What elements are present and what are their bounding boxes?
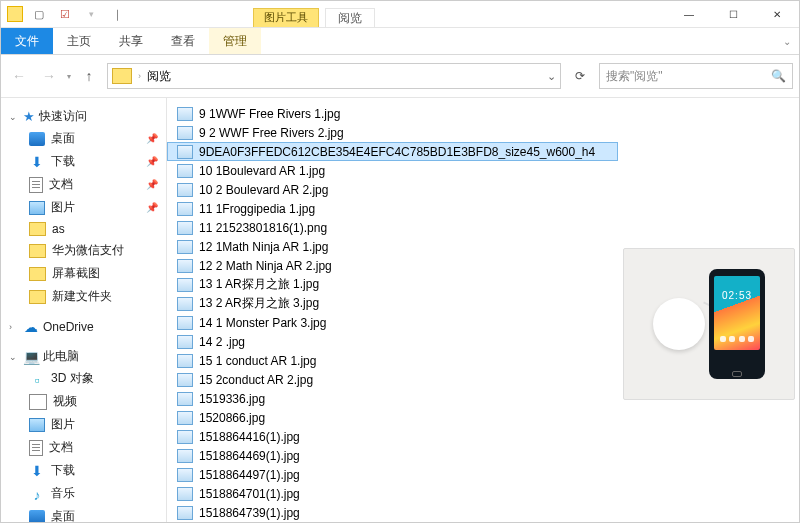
image-file-icon <box>177 240 193 254</box>
expand-icon: › <box>9 322 19 332</box>
forward-button[interactable]: → <box>37 64 61 88</box>
nav-item[interactable]: ⬇下载📌 <box>1 150 166 173</box>
file-row[interactable]: 1518864469(1).jpg <box>167 446 618 465</box>
qat-button[interactable]: ☑ <box>55 4 75 24</box>
file-row[interactable]: 9DEA0F3FFEDC612CBE354E4EFC4C785BD1E3BFD8… <box>167 142 618 161</box>
back-button[interactable]: ← <box>7 64 31 88</box>
nav-item[interactable]: 华为微信支付 <box>1 239 166 262</box>
up-button[interactable]: ↑ <box>77 64 101 88</box>
expand-icon: ⌄ <box>9 112 19 122</box>
address-bar[interactable]: › 阅览 ⌄ <box>107 63 561 89</box>
nav-item[interactable]: 图片📌 <box>1 196 166 219</box>
file-row[interactable]: 15 2conduct AR 2.jpg <box>167 370 618 389</box>
nav-item[interactable]: ⬇下载 <box>1 459 166 482</box>
nav-item[interactable]: 视频 <box>1 390 166 413</box>
image-file-icon <box>177 259 193 273</box>
maximize-button[interactable]: ☐ <box>711 1 755 27</box>
file-name: 9DEA0F3FFEDC612CBE354E4EFC4C785BD1E3BFD8… <box>199 145 595 159</box>
ribbon-tab-manage[interactable]: 管理 <box>209 28 261 54</box>
pin-icon: 📌 <box>146 133 158 144</box>
file-name: 1518864701(1).jpg <box>199 487 300 501</box>
file-name: 1520866.jpg <box>199 411 265 425</box>
file-row[interactable]: 10 1Boulevard AR 1.jpg <box>167 161 618 180</box>
file-row[interactable]: 9 1WWF Free Rivers 1.jpg <box>167 104 618 123</box>
nav-item[interactable]: 文档 <box>1 436 166 459</box>
image-file-icon <box>177 468 193 482</box>
address-dropdown-icon[interactable]: ⌄ <box>547 70 556 83</box>
charger-graphic <box>653 298 705 350</box>
file-row[interactable]: 12 1Math Ninja AR 1.jpg <box>167 237 618 256</box>
quick-access-header[interactable]: ⌄ ★ 快速访问 <box>1 106 166 127</box>
contextual-tab-header: 图片工具 <box>253 8 319 27</box>
file-name: 1518864469(1).jpg <box>199 449 300 463</box>
image-file-icon <box>177 335 193 349</box>
ribbon-expand-icon[interactable]: ⌄ <box>783 36 791 47</box>
nav-item[interactable]: 新建文件夹 <box>1 285 166 308</box>
cube-icon: ▫ <box>29 372 45 386</box>
desktop-icon <box>29 132 45 146</box>
nav-item[interactable]: 文档📌 <box>1 173 166 196</box>
file-row[interactable]: 13 1 AR探月之旅 1.jpg <box>167 275 618 294</box>
folder-icon <box>29 222 46 236</box>
search-input[interactable]: 搜索"阅览" 🔍 <box>599 63 793 89</box>
ribbon-tab-home[interactable]: 主页 <box>53 28 105 54</box>
nav-item-label: 华为微信支付 <box>52 242 124 259</box>
nav-item[interactable]: ♪音乐 <box>1 482 166 505</box>
vid-icon <box>29 394 47 410</box>
expand-icon: ⌄ <box>9 352 19 362</box>
close-button[interactable]: ✕ <box>755 1 799 27</box>
preview-thumbnail: 02:53 <box>623 248 795 400</box>
file-row[interactable]: 11 1Froggipedia 1.jpg <box>167 199 618 218</box>
nav-item[interactable]: as <box>1 219 166 239</box>
file-row[interactable]: 14 1 Monster Park 3.jpg <box>167 313 618 332</box>
file-list[interactable]: 9 1WWF Free Rivers 1.jpg9 2 WWF Free Riv… <box>167 98 618 522</box>
file-row[interactable]: 1520866.jpg <box>167 408 618 427</box>
pic-icon <box>29 418 45 432</box>
image-file-icon <box>177 316 193 330</box>
ribbon-tab-view[interactable]: 查看 <box>157 28 209 54</box>
file-row[interactable]: 12 2 Math Ninja AR 2.jpg <box>167 256 618 275</box>
nav-item[interactable]: 屏幕截图 <box>1 262 166 285</box>
refresh-button[interactable]: ⟳ <box>569 65 591 87</box>
nav-item[interactable]: 图片 <box>1 413 166 436</box>
file-row[interactable]: 1518864416(1).jpg <box>167 427 618 446</box>
file-row[interactable]: 1519336.jpg <box>167 389 618 408</box>
file-row[interactable]: 1518864739(1).jpg <box>167 503 618 522</box>
dl-icon: ⬇ <box>29 464 45 478</box>
folder-icon <box>29 290 46 304</box>
file-name: 9 2 WWF Free Rivers 2.jpg <box>199 126 344 140</box>
breadcrumb[interactable]: 阅览 <box>143 68 175 85</box>
file-row[interactable]: 13 2 AR探月之旅 3.jpg <box>167 294 618 313</box>
file-row[interactable]: 11 21523801816(1).png <box>167 218 618 237</box>
file-row[interactable]: 1518864701(1).jpg <box>167 484 618 503</box>
minimize-button[interactable]: — <box>667 1 711 27</box>
nav-item-label: 3D 对象 <box>51 370 94 387</box>
history-dropdown[interactable]: ▾ <box>67 72 71 81</box>
nav-item-label: 文档 <box>49 176 73 193</box>
file-name: 12 2 Math Ninja AR 2.jpg <box>199 259 332 273</box>
nav-item-label: 图片 <box>51 416 75 433</box>
explorer-window: ▢ ☑ ▾ ｜ 图片工具 阅览 — ☐ ✕ 文件 主页 共享 查看 管理 ⌄ ←… <box>0 0 800 523</box>
nav-item-label: 屏幕截图 <box>52 265 100 282</box>
file-row[interactable]: 14 2 .jpg <box>167 332 618 351</box>
file-row[interactable]: 9 2 WWF Free Rivers 2.jpg <box>167 123 618 142</box>
file-row[interactable]: 10 2 Boulevard AR 2.jpg <box>167 180 618 199</box>
file-name: 15 2conduct AR 2.jpg <box>199 373 313 387</box>
nav-item[interactable]: 桌面 <box>1 505 166 522</box>
file-name: 1518864497(1).jpg <box>199 468 300 482</box>
file-row[interactable]: 1518864497(1).jpg <box>167 465 618 484</box>
pic-icon <box>29 201 45 215</box>
file-row[interactable]: 15 1 conduct AR 1.jpg <box>167 351 618 370</box>
this-pc-header[interactable]: ⌄ 💻 此电脑 <box>1 346 166 367</box>
folder-icon <box>7 6 23 22</box>
file-tab[interactable]: 文件 <box>1 28 53 54</box>
nav-item[interactable]: ▫3D 对象 <box>1 367 166 390</box>
image-file-icon <box>177 202 193 216</box>
nav-item[interactable]: 桌面📌 <box>1 127 166 150</box>
image-file-icon <box>177 506 193 520</box>
image-file-icon <box>177 430 193 444</box>
qat-button[interactable]: ▢ <box>29 4 49 24</box>
onedrive-header[interactable]: › ☁ OneDrive <box>1 318 166 336</box>
ribbon-tab-share[interactable]: 共享 <box>105 28 157 54</box>
qat-dropdown[interactable]: ▾ <box>81 4 101 24</box>
